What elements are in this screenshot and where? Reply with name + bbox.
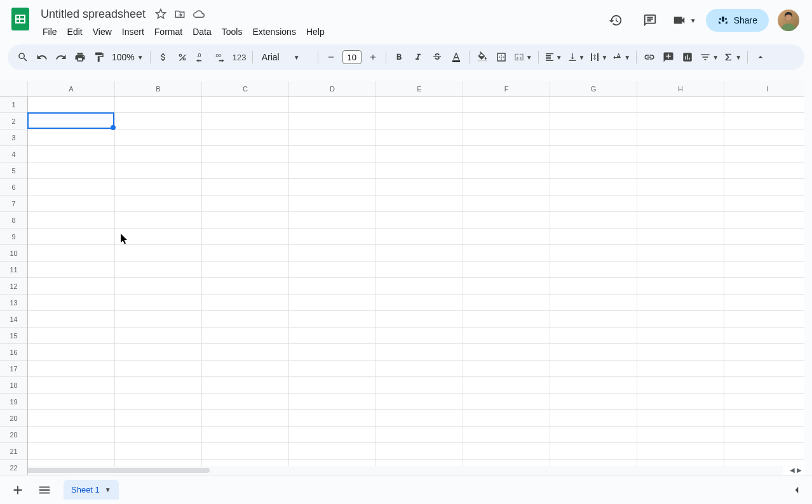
cell[interactable]: [550, 212, 637, 229]
cell[interactable]: [28, 129, 115, 146]
collapse-toolbar-icon[interactable]: [752, 48, 769, 66]
column-header[interactable]: G: [550, 81, 637, 96]
cell[interactable]: [202, 410, 289, 427]
share-button[interactable]: Share: [706, 9, 769, 32]
cell[interactable]: [115, 410, 202, 427]
cell[interactable]: [376, 96, 463, 113]
column-header[interactable]: B: [115, 81, 202, 96]
cell[interactable]: [637, 394, 724, 410]
cell[interactable]: [289, 113, 376, 129]
cell[interactable]: [637, 146, 724, 162]
cell[interactable]: [202, 394, 289, 410]
cell[interactable]: [637, 443, 724, 460]
all-sheets-icon[interactable]: [33, 479, 56, 501]
cell[interactable]: [289, 262, 376, 278]
insert-chart-icon[interactable]: [679, 48, 696, 66]
column-header[interactable]: H: [637, 81, 724, 96]
cell[interactable]: [115, 113, 202, 129]
menu-format[interactable]: Format: [150, 24, 187, 39]
cell[interactable]: [376, 443, 463, 460]
cell[interactable]: [115, 146, 202, 162]
cell[interactable]: [28, 377, 115, 394]
cell[interactable]: [115, 361, 202, 377]
cell[interactable]: [376, 295, 463, 311]
cell[interactable]: [550, 129, 637, 146]
cell[interactable]: [637, 179, 724, 196]
row-header[interactable]: 14: [0, 311, 27, 328]
cell[interactable]: [463, 212, 550, 229]
cell[interactable]: [637, 196, 724, 212]
cell[interactable]: [289, 179, 376, 196]
cell[interactable]: [724, 245, 804, 262]
sheet-tab-active[interactable]: Sheet 1 ▼: [64, 480, 119, 500]
row-header[interactable]: 7: [0, 196, 27, 212]
cell[interactable]: [550, 394, 637, 410]
row-header[interactable]: 16: [0, 344, 27, 361]
cell[interactable]: [289, 443, 376, 460]
chevron-down-icon[interactable]: ▼: [105, 486, 111, 493]
paint-format-icon[interactable]: [90, 48, 108, 66]
cell[interactable]: [724, 278, 804, 295]
cell[interactable]: [376, 179, 463, 196]
cell[interactable]: [376, 377, 463, 394]
cell[interactable]: [115, 344, 202, 361]
cell[interactable]: [550, 113, 637, 129]
row-header[interactable]: 5: [0, 162, 27, 179]
cell[interactable]: [376, 311, 463, 328]
cell[interactable]: [115, 278, 202, 295]
increase-font-size-icon[interactable]: [364, 48, 382, 66]
cell[interactable]: [637, 96, 724, 113]
cell[interactable]: [289, 96, 376, 113]
meet-button[interactable]: ▼: [672, 8, 697, 33]
cell[interactable]: [463, 245, 550, 262]
cell[interactable]: [463, 96, 550, 113]
cell[interactable]: [115, 262, 202, 278]
cell[interactable]: [28, 229, 115, 245]
cell[interactable]: [550, 377, 637, 394]
cell[interactable]: [637, 328, 724, 344]
comments-icon[interactable]: [637, 8, 663, 33]
cell[interactable]: [550, 262, 637, 278]
cell[interactable]: [637, 427, 724, 443]
cell[interactable]: [115, 311, 202, 328]
cell[interactable]: [28, 361, 115, 377]
cell[interactable]: [289, 278, 376, 295]
cell[interactable]: [724, 162, 804, 179]
cell[interactable]: [463, 179, 550, 196]
cell[interactable]: [637, 212, 724, 229]
row-header[interactable]: 1: [0, 96, 27, 113]
cell[interactable]: [463, 344, 550, 361]
cell[interactable]: [202, 443, 289, 460]
cell[interactable]: [202, 146, 289, 162]
cell[interactable]: [463, 278, 550, 295]
cell[interactable]: [637, 278, 724, 295]
text-wrap-icon[interactable]: ▼: [588, 48, 609, 66]
decrease-font-size-icon[interactable]: [322, 48, 340, 66]
cell[interactable]: [463, 427, 550, 443]
cell[interactable]: [202, 328, 289, 344]
cell[interactable]: [637, 229, 724, 245]
cell[interactable]: [724, 113, 804, 129]
cell[interactable]: [115, 179, 202, 196]
document-title[interactable]: Untitled spreadsheet: [38, 6, 148, 22]
cell[interactable]: [289, 427, 376, 443]
cell[interactable]: [376, 410, 463, 427]
cell[interactable]: [376, 278, 463, 295]
cell[interactable]: [28, 410, 115, 427]
cell[interactable]: [550, 427, 637, 443]
cell[interactable]: [289, 394, 376, 410]
menu-data[interactable]: Data: [188, 24, 216, 39]
cell[interactable]: [724, 344, 804, 361]
cell[interactable]: [28, 344, 115, 361]
cell[interactable]: [202, 361, 289, 377]
cell[interactable]: [637, 295, 724, 311]
cell[interactable]: [28, 295, 115, 311]
cell[interactable]: [463, 129, 550, 146]
cell[interactable]: [724, 146, 804, 162]
cell[interactable]: [463, 162, 550, 179]
cell[interactable]: [289, 361, 376, 377]
search-menus-icon[interactable]: [14, 48, 32, 66]
cell[interactable]: [28, 443, 115, 460]
row-header[interactable]: 19: [0, 394, 27, 410]
cell[interactable]: [202, 129, 289, 146]
